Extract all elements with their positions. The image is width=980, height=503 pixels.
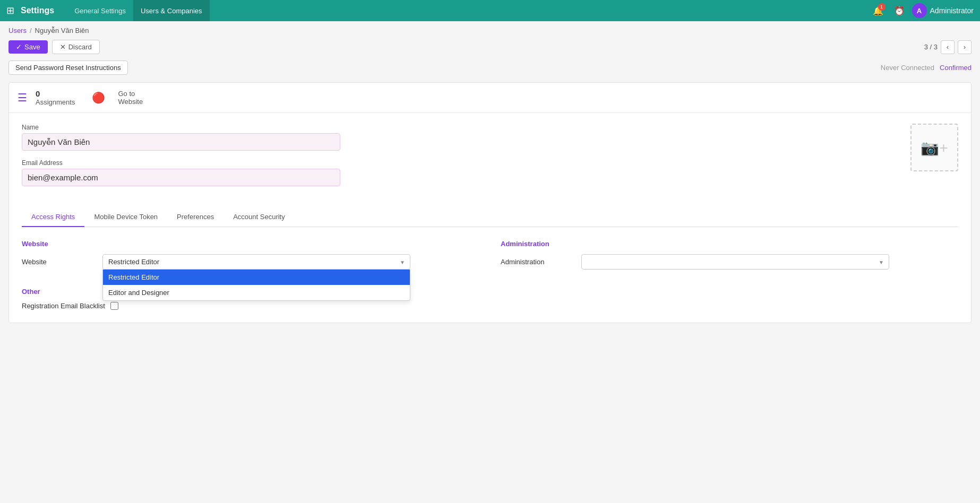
website-section-header: Website bbox=[22, 240, 479, 248]
tab-account-security[interactable]: Account Security bbox=[223, 207, 295, 227]
camera-icon: 📷+ bbox=[921, 139, 948, 157]
registration-email-blacklist-row: Registration Email Blacklist bbox=[22, 302, 958, 310]
navbar-menu: General Settings Users & Companies bbox=[67, 0, 209, 21]
top-action-row: Send Password Reset Instructions Never C… bbox=[0, 58, 980, 78]
tab-preferences[interactable]: Preferences bbox=[167, 207, 223, 227]
pagination-text: 3 / 3 bbox=[924, 43, 938, 51]
confirmed-status: Confirmed bbox=[940, 64, 972, 72]
photo-area: 📷+ bbox=[910, 124, 958, 171]
website-select-wrapper: Restricted Editor Editor and Designer ▼ … bbox=[102, 254, 410, 270]
go-to-website-button[interactable]: Go to Website bbox=[118, 90, 143, 106]
breadcrumb: Users / Nguyễn Văn Biên bbox=[0, 21, 980, 38]
name-label: Name bbox=[22, 124, 958, 131]
user-menu[interactable]: A Administrator bbox=[912, 3, 974, 18]
form-area: Name Email Address bbox=[9, 113, 971, 207]
assignments-count: 0 bbox=[36, 89, 75, 98]
administration-select-wrapper: ▼ bbox=[581, 254, 889, 270]
pagination-next[interactable]: › bbox=[958, 40, 972, 54]
photo-upload-button[interactable]: 📷+ bbox=[910, 124, 958, 171]
never-connected-status: Never Connected bbox=[881, 64, 934, 72]
status-area: Never Connected Confirmed bbox=[881, 64, 972, 72]
discard-icon: ✕ bbox=[60, 43, 66, 51]
email-input[interactable] bbox=[22, 169, 340, 186]
website-field-row: Website Restricted Editor Editor and Des… bbox=[22, 254, 479, 270]
navbar-general-settings[interactable]: General Settings bbox=[67, 0, 133, 21]
website-field-label: Website bbox=[22, 258, 96, 266]
registration-email-blacklist-checkbox[interactable] bbox=[110, 302, 118, 310]
breadcrumb-users-link[interactable]: Users bbox=[8, 27, 27, 34]
tab-mobile-device-token[interactable]: Mobile Device Token bbox=[84, 207, 167, 227]
notifications-button[interactable]: 🔔 1 bbox=[870, 2, 887, 19]
navbar-right: 🔔 1 ⏰ A Administrator bbox=[870, 2, 974, 19]
administration-section-header: Administration bbox=[501, 240, 958, 248]
user-card: ☰ 0 Assignments 🔴 Go to Website Name Ema… bbox=[8, 82, 972, 323]
action-bar: ✓ Save ✕ Discard 3 / 3 ‹ › bbox=[0, 38, 980, 58]
assignments-info: 0 Assignments bbox=[36, 89, 75, 106]
pagination-prev[interactable]: ‹ bbox=[941, 40, 955, 54]
avatar: A bbox=[912, 3, 927, 18]
pagination: 3 / 3 ‹ › bbox=[924, 40, 972, 54]
notification-badge: 1 bbox=[878, 3, 886, 11]
administration-select[interactable] bbox=[581, 254, 889, 270]
clock-button[interactable]: ⏰ bbox=[891, 2, 908, 19]
user-name: Administrator bbox=[930, 6, 974, 15]
main-content: Users / Nguyễn Văn Biên ✓ Save ✕ Discard… bbox=[0, 21, 980, 323]
two-col-layout: Website Website Restricted Editor Editor… bbox=[22, 240, 958, 275]
send-password-reset-button[interactable]: Send Password Reset Instructions bbox=[8, 60, 128, 75]
navbar-users-companies[interactable]: Users & Companies bbox=[133, 0, 210, 21]
breadcrumb-separator: / bbox=[30, 27, 32, 34]
assignments-banner: ☰ 0 Assignments 🔴 Go to Website bbox=[9, 83, 971, 113]
error-icon: 🔴 bbox=[92, 91, 105, 104]
save-icon: ✓ bbox=[16, 43, 22, 51]
assignments-label: Assignments bbox=[36, 98, 75, 106]
dropdown-item-restricted-editor[interactable]: Restricted Editor bbox=[103, 270, 410, 285]
email-field-row: Email Address bbox=[22, 159, 958, 186]
tabs: Access Rights Mobile Device Token Prefer… bbox=[22, 207, 958, 227]
name-field-row: Name bbox=[22, 124, 958, 151]
discard-button[interactable]: ✕ Discard bbox=[52, 40, 100, 54]
name-input[interactable] bbox=[22, 133, 340, 151]
breadcrumb-current: Nguyễn Văn Biên bbox=[35, 27, 89, 34]
tab-access-rights[interactable]: Access Rights bbox=[22, 207, 84, 227]
navbar: ⊞ Settings General Settings Users & Comp… bbox=[0, 0, 980, 21]
apps-icon[interactable]: ⊞ bbox=[6, 5, 14, 16]
website-col: Website Website Restricted Editor Editor… bbox=[22, 240, 479, 275]
tab-content-access-rights: Website Website Restricted Editor Editor… bbox=[9, 227, 971, 323]
assignments-icon: ☰ bbox=[18, 91, 27, 104]
administration-field-label: Administration bbox=[501, 258, 575, 266]
dropdown-item-editor-designer[interactable]: Editor and Designer bbox=[103, 285, 410, 300]
save-button[interactable]: ✓ Save bbox=[8, 40, 48, 54]
administration-field-row: Administration ▼ bbox=[501, 254, 958, 270]
administration-col: Administration Administration ▼ bbox=[501, 240, 958, 275]
registration-email-blacklist-label: Registration Email Blacklist bbox=[22, 302, 105, 310]
app-title: Settings bbox=[21, 6, 54, 15]
email-label: Email Address bbox=[22, 159, 958, 167]
website-select[interactable]: Restricted Editor Editor and Designer bbox=[102, 254, 410, 270]
website-dropdown[interactable]: Restricted Editor Editor and Designer bbox=[102, 270, 410, 301]
form-upper: Name Email Address 📷+ bbox=[9, 113, 971, 207]
